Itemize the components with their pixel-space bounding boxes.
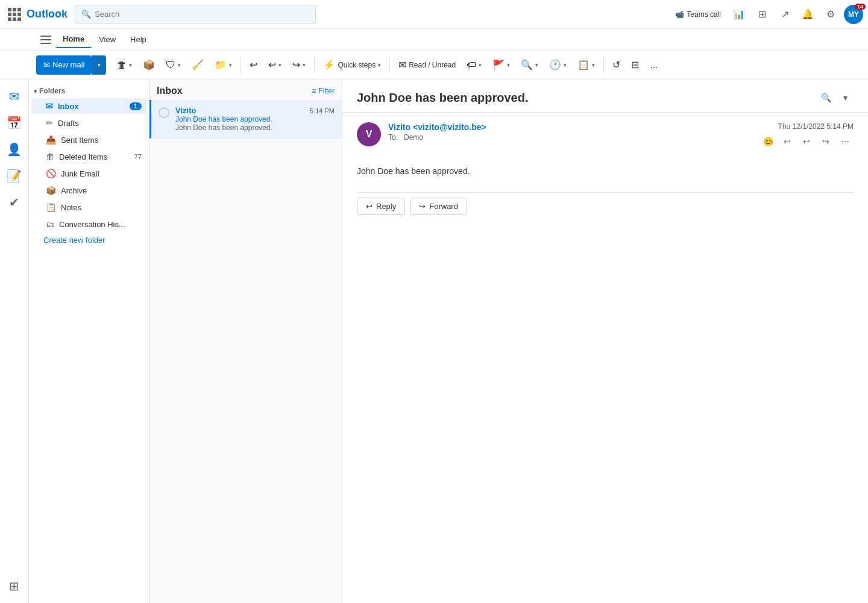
tb-dropdown-arrow: ▾ <box>129 62 132 68</box>
forward-button[interactable]: ↪ Forward <box>410 198 467 215</box>
folder-item-junk[interactable]: 🚫 Junk Email <box>31 166 146 181</box>
app-launcher-button[interactable] <box>5 5 24 24</box>
folder-panel: ▾ Folders ✉ Inbox 1 ✏ Drafts 📤 Sent Item… <box>29 80 149 603</box>
email-body-text: John Doe has been approved. <box>357 164 854 178</box>
email-timestamp: Thu 12/1/2022 5:14 PM <box>778 122 854 131</box>
reading-title: John Doe has been approved. <box>357 91 529 105</box>
flag-button[interactable]: 🚩 ▾ <box>488 57 515 73</box>
folder-item-archive[interactable]: 📦 Archive <box>31 183 146 198</box>
forward-action-button[interactable]: ↪ <box>817 133 834 150</box>
conversation-icon: 🗂 <box>46 219 54 229</box>
search-icon: 🔍 <box>81 10 91 19</box>
emoji-button[interactable]: 😊 <box>760 133 776 150</box>
settings-button[interactable]: ⚙ <box>821 5 840 24</box>
sender-name[interactable]: Vizito <vizito@vizito.be> <box>388 122 752 132</box>
menu-view[interactable]: View <box>92 31 123 48</box>
archive-folder-icon: 📦 <box>46 186 56 195</box>
email-content-1: Vizito 5:14 PM John Doe has been approve… <box>175 106 335 132</box>
search-bar: 🔍 <box>75 5 316 24</box>
tb-dropdown-arrow8: ▾ <box>507 62 510 68</box>
zoom-button[interactable]: 🔍 <box>817 89 834 106</box>
reading-header-actions: 🔍 ▾ <box>817 89 854 106</box>
reply-all-icon: ↩ <box>268 59 276 70</box>
folder-item-sent[interactable]: 📤 Sent Items <box>31 132 146 148</box>
email-list-header: Inbox ≡ Filter <box>149 80 342 100</box>
reading-dropdown-button[interactable]: ▾ <box>837 89 854 106</box>
sidebar-icon-people[interactable]: 👤 <box>2 137 27 161</box>
archive-button[interactable]: 📦 <box>138 57 160 73</box>
reply-icon: ↩ <box>250 59 257 70</box>
flag-icon: 🚩 <box>492 59 505 70</box>
tb-dropdown-arrow11: ▾ <box>592 62 595 68</box>
email-time-1: 5:14 PM <box>310 107 335 114</box>
sweep-icon: 🧹 <box>192 59 204 70</box>
read-unread-icon: ✉ <box>398 59 406 70</box>
reply-all-toolbar-button[interactable]: ↩ ▾ <box>263 57 286 73</box>
new-mail-button[interactable]: ✉ New mail <box>36 55 92 75</box>
deleted-icon: 🗑 <box>46 152 54 161</box>
folder-item-conversation[interactable]: 🗂 Conversation His... <box>31 216 146 232</box>
reply-action-button[interactable]: ↩ <box>779 133 796 150</box>
quick-steps-icon: ⚡ <box>323 59 335 70</box>
sidebar-icon-notes[interactable]: 📝 <box>2 164 27 188</box>
email-item-1[interactable]: Vizito 5:14 PM John Doe has been approve… <box>149 100 342 139</box>
sidebar-icon-tasks[interactable]: ✔ <box>2 190 27 214</box>
delete-button[interactable]: 🗑 ▾ <box>112 57 137 73</box>
new-mail-dropdown-button[interactable]: ▾ <box>92 55 106 75</box>
protect-icon: 🛡 <box>166 60 175 70</box>
reply-button-icon: ↩ <box>366 202 373 211</box>
forward-button-icon: ↪ <box>419 202 426 211</box>
avatar[interactable]: MY 14 <box>844 5 863 24</box>
reply-all-button[interactable]: ↩ <box>245 57 262 73</box>
menu-home[interactable]: Home <box>55 31 92 48</box>
notification-bell-button[interactable]: 🔔 <box>798 5 817 24</box>
filter-button[interactable]: ≡ Filter <box>312 87 335 95</box>
create-folder-link[interactable]: Create new folder <box>29 233 149 248</box>
read-unread-button[interactable]: ✉ Read / Unread <box>394 57 461 73</box>
menu-help[interactable]: Help <box>123 31 154 48</box>
more-toolbar-button[interactable]: ... <box>645 57 662 73</box>
search-input[interactable] <box>95 10 309 19</box>
tb-dropdown-arrow4: ▾ <box>278 62 281 68</box>
reply-button[interactable]: ↩ Reply <box>357 198 405 215</box>
move-button[interactable]: 📁 ▾ <box>210 57 237 73</box>
reply-all-action-button[interactable]: ↩ <box>798 133 815 150</box>
junk-icon: 🚫 <box>46 169 56 178</box>
forward-icon: ↪ <box>292 59 300 70</box>
protect-button[interactable]: 🛡 ▾ <box>161 57 186 73</box>
sidebar-icon-mail[interactable]: ✉ <box>2 84 27 108</box>
sweep-button[interactable]: 🧹 <box>187 57 209 73</box>
bell-icon: 🔔 <box>802 8 814 20</box>
email-list-panel: Inbox ≡ Filter Vizito 5:14 PM John Doe h… <box>149 80 342 603</box>
hamburger-menu[interactable] <box>36 30 55 49</box>
tb-dropdown-arrow6: ▾ <box>378 62 381 68</box>
inbox-icon: ✉ <box>46 101 53 111</box>
teams-call-button[interactable]: 📹 Teams call <box>670 8 726 21</box>
folders-header[interactable]: ▾ Folders <box>29 84 149 98</box>
find-button[interactable]: 🔍 ▾ <box>516 57 543 73</box>
grid-view-button[interactable]: ⊞ <box>752 5 772 24</box>
snooze-button[interactable]: 🕐 ▾ <box>544 57 571 73</box>
quick-steps-button[interactable]: ⚡ Quick steps ▾ <box>318 57 386 73</box>
email-list-title: Inbox <box>157 86 183 96</box>
folder-item-deleted[interactable]: 🗑 Deleted Items 77 <box>31 149 146 164</box>
folder-item-drafts[interactable]: ✏ Drafts <box>31 115 146 131</box>
email-radio-1[interactable] <box>159 107 169 118</box>
email-message: V Vizito <vizito@vizito.be> To: Demo Thu… <box>342 113 868 225</box>
split-view-icon: ⊟ <box>631 59 639 70</box>
share-button[interactable]: ↗ <box>775 5 794 24</box>
sidebar-icon-calendar[interactable]: 📅 <box>2 111 27 135</box>
split-view-button[interactable]: ⊟ <box>626 57 644 73</box>
forward-toolbar-button[interactable]: ↪ ▾ <box>288 57 310 73</box>
view-icon: 📋 <box>577 59 590 70</box>
more-actions-button[interactable]: ⋯ <box>837 133 854 150</box>
folder-item-notes[interactable]: 📋 Notes <box>31 199 146 215</box>
undo-button[interactable]: ↺ <box>608 57 625 73</box>
view-button[interactable]: 📋 ▾ <box>573 57 600 73</box>
presentation-icon-button[interactable]: 📊 <box>729 5 749 24</box>
email-preview-1: John Doe has been approved. <box>175 123 335 132</box>
tag-button[interactable]: 🏷 ▾ <box>462 57 486 73</box>
sidebar-icon-apps[interactable]: ⊞ <box>2 574 27 598</box>
folder-item-inbox[interactable]: ✉ Inbox 1 <box>31 98 146 114</box>
tb-dropdown-arrow9: ▾ <box>535 62 538 68</box>
